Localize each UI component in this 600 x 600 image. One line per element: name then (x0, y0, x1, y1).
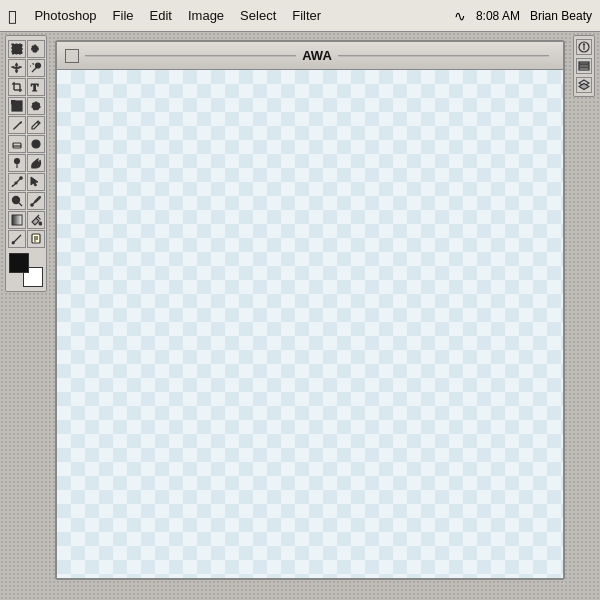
tool-row-10 (8, 211, 45, 229)
svg-point-33 (30, 204, 32, 206)
burn-tool[interactable] (27, 154, 45, 172)
checkerboard-canvas[interactable] (57, 70, 563, 578)
menu-bar-right: ∿ 8:08 AM Brian Beaty (454, 8, 592, 24)
svg-line-28 (12, 185, 13, 187)
svg-point-41 (12, 242, 14, 244)
slice-tool[interactable] (8, 97, 26, 115)
canvas-area[interactable] (57, 70, 563, 578)
svg-line-6 (33, 64, 34, 65)
gradient-tool[interactable] (8, 211, 26, 229)
svg-rect-49 (579, 62, 589, 64)
window-title-bar: AWA (57, 42, 563, 70)
right-toolbar (573, 35, 595, 97)
layers-panel-btn[interactable] (576, 77, 592, 93)
menu-photoshop[interactable]: Photoshop (26, 4, 104, 27)
svg-point-23 (34, 142, 38, 146)
eyedropper-tool[interactable] (27, 192, 45, 210)
tool-row-2 (8, 59, 45, 77)
svg-point-48 (583, 44, 584, 45)
svg-rect-34 (12, 215, 22, 225)
text-tool[interactable]: T (27, 78, 45, 96)
svg-marker-1 (11, 63, 21, 73)
menu-file[interactable]: File (105, 4, 142, 27)
menu-edit[interactable]: Edit (142, 4, 180, 27)
zoom-tool[interactable] (8, 192, 26, 210)
svg-point-37 (39, 222, 42, 225)
left-toolbar: T (5, 35, 47, 292)
foreground-color-swatch[interactable] (9, 253, 29, 273)
notes-tool[interactable] (27, 230, 45, 248)
svg-point-3 (35, 63, 40, 68)
svg-rect-51 (579, 68, 589, 70)
title-line-left (85, 55, 296, 57)
brush-tool[interactable] (8, 116, 26, 134)
color-swatches[interactable] (9, 253, 43, 287)
path-selection-tool[interactable] (27, 173, 45, 191)
tool-row-1 (8, 40, 45, 58)
svg-text:T: T (31, 81, 39, 93)
eraser-tool[interactable] (8, 135, 26, 153)
svg-line-38 (13, 235, 21, 243)
lasso-tool[interactable] (27, 40, 45, 58)
tool-row-4 (8, 97, 45, 115)
apple-menu[interactable]:  (8, 8, 16, 24)
marquee-tool[interactable] (8, 40, 26, 58)
measure-tool[interactable] (8, 230, 26, 248)
tool-row-11 (8, 230, 45, 248)
wifi-icon: ∿ (454, 8, 466, 24)
menu-image[interactable]: Image (180, 4, 232, 27)
menu-filter[interactable]: Filter (284, 4, 329, 27)
tool-row-8 (8, 173, 45, 191)
tool-row-6 (8, 135, 45, 153)
time-display: 8:08 AM (476, 9, 520, 23)
tool-row-9 (8, 192, 45, 210)
svg-point-24 (14, 159, 19, 164)
window-close-button[interactable] (65, 49, 79, 63)
channels-panel-btn[interactable] (576, 58, 592, 74)
svg-rect-50 (579, 65, 589, 67)
canvas-window: AWA (55, 40, 565, 580)
pencil-tool[interactable] (27, 116, 45, 134)
svg-line-31 (18, 203, 22, 207)
window-title-lines: AWA (79, 48, 555, 63)
svg-marker-29 (31, 177, 38, 186)
magic-wand-tool[interactable] (27, 59, 45, 77)
svg-point-26 (19, 177, 21, 179)
tool-row-3: T (8, 78, 45, 96)
pen-tool[interactable] (8, 173, 26, 191)
patch-tool[interactable] (27, 97, 45, 115)
info-panel-btn[interactable] (576, 39, 592, 55)
window-title: AWA (302, 48, 332, 63)
paint-bucket-tool[interactable] (27, 211, 45, 229)
menu-bar:  Photoshop File Edit Image Select Filte… (0, 0, 600, 32)
tool-row-5 (8, 116, 45, 134)
crop-tool[interactable] (8, 78, 26, 96)
svg-line-36 (37, 217, 40, 220)
menu-select[interactable]: Select (232, 4, 284, 27)
user-name: Brian Beaty (530, 9, 592, 23)
blur-tool[interactable] (27, 135, 45, 153)
dodge-tool[interactable] (8, 154, 26, 172)
svg-point-30 (12, 197, 19, 204)
title-line-right (338, 55, 549, 57)
svg-rect-0 (12, 44, 22, 54)
move-tool[interactable] (8, 59, 26, 77)
tool-row-7 (8, 154, 45, 172)
